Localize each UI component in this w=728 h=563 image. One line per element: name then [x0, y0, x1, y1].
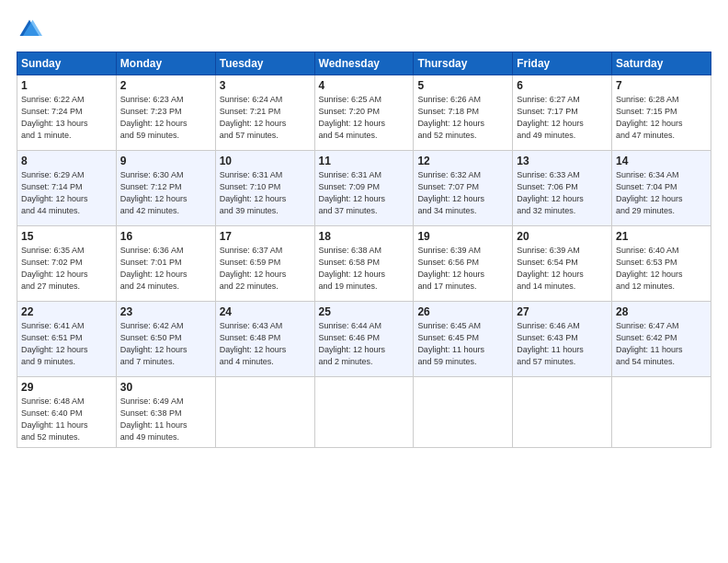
col-thursday: Thursday [414, 52, 513, 75]
table-row: 14Sunrise: 6:34 AMSunset: 7:04 PMDayligh… [612, 151, 711, 226]
table-row: 3Sunrise: 6:24 AMSunset: 7:21 PMDaylight… [215, 75, 314, 151]
day-number: 12 [417, 155, 508, 167]
day-info: Sunrise: 6:34 AMSunset: 7:04 PMDaylight:… [616, 169, 707, 217]
table-row: 13Sunrise: 6:33 AMSunset: 7:06 PMDayligh… [513, 151, 612, 226]
col-wednesday: Wednesday [314, 52, 414, 75]
table-row: 2Sunrise: 6:23 AMSunset: 7:23 PMDaylight… [116, 75, 215, 151]
day-info: Sunrise: 6:41 AMSunset: 6:51 PMDaylight:… [21, 320, 112, 368]
table-row: 12Sunrise: 6:32 AMSunset: 7:07 PMDayligh… [414, 151, 513, 226]
day-number: 7 [616, 79, 707, 92]
day-info: Sunrise: 6:43 AMSunset: 6:48 PMDaylight:… [220, 320, 311, 368]
table-row: 22Sunrise: 6:41 AMSunset: 6:51 PMDayligh… [17, 302, 117, 377]
table-row [513, 377, 612, 448]
table-row: 9Sunrise: 6:30 AMSunset: 7:12 PMDaylight… [116, 151, 215, 226]
table-row: 5Sunrise: 6:26 AMSunset: 7:18 PMDaylight… [414, 75, 513, 151]
day-info: Sunrise: 6:44 AMSunset: 6:46 PMDaylight:… [319, 320, 410, 368]
day-number: 19 [417, 230, 508, 243]
table-row: 6Sunrise: 6:27 AMSunset: 7:17 PMDaylight… [513, 75, 612, 151]
week-row-1: 1Sunrise: 6:22 AMSunset: 7:24 PMDaylight… [17, 75, 711, 151]
day-number: 23 [120, 305, 211, 318]
day-number: 13 [517, 155, 608, 167]
day-number: 15 [21, 230, 112, 243]
table-row: 24Sunrise: 6:43 AMSunset: 6:48 PMDayligh… [215, 302, 314, 377]
day-info: Sunrise: 6:49 AMSunset: 6:38 PMDaylight:… [120, 396, 211, 443]
day-info: Sunrise: 6:26 AMSunset: 7:18 PMDaylight:… [417, 94, 508, 142]
week-row-2: 8Sunrise: 6:29 AMSunset: 7:14 PMDaylight… [17, 151, 711, 226]
week-row-5: 29Sunrise: 6:48 AMSunset: 6:40 PMDayligh… [17, 377, 711, 448]
day-info: Sunrise: 6:46 AMSunset: 6:43 PMDaylight:… [517, 320, 608, 368]
table-row [414, 377, 513, 448]
day-info: Sunrise: 6:31 AMSunset: 7:10 PMDaylight:… [220, 169, 311, 217]
day-info: Sunrise: 6:39 AMSunset: 6:54 PMDaylight:… [517, 245, 608, 293]
table-row: 11Sunrise: 6:31 AMSunset: 7:09 PMDayligh… [314, 151, 414, 226]
day-number: 14 [616, 155, 707, 167]
day-number: 6 [517, 79, 608, 92]
day-number: 30 [120, 381, 211, 394]
day-info: Sunrise: 6:30 AMSunset: 7:12 PMDaylight:… [120, 169, 211, 217]
day-number: 5 [417, 79, 508, 92]
day-info: Sunrise: 6:29 AMSunset: 7:14 PMDaylight:… [21, 169, 112, 217]
day-number: 1 [21, 79, 112, 92]
table-row: 17Sunrise: 6:37 AMSunset: 6:59 PMDayligh… [215, 226, 314, 302]
table-row: 28Sunrise: 6:47 AMSunset: 6:42 PMDayligh… [612, 302, 711, 377]
day-number: 9 [120, 155, 211, 167]
day-number: 16 [120, 230, 211, 243]
day-number: 29 [21, 381, 112, 394]
week-row-3: 15Sunrise: 6:35 AMSunset: 7:02 PMDayligh… [17, 226, 711, 302]
header [17, 17, 711, 42]
day-number: 25 [319, 305, 410, 318]
col-monday: Monday [116, 52, 215, 75]
table-row: 15Sunrise: 6:35 AMSunset: 7:02 PMDayligh… [17, 226, 117, 302]
day-info: Sunrise: 6:33 AMSunset: 7:06 PMDaylight:… [517, 169, 608, 217]
day-info: Sunrise: 6:24 AMSunset: 7:21 PMDaylight:… [220, 94, 311, 142]
day-number: 20 [517, 230, 608, 243]
table-row: 29Sunrise: 6:48 AMSunset: 6:40 PMDayligh… [17, 377, 117, 448]
day-info: Sunrise: 6:23 AMSunset: 7:23 PMDaylight:… [120, 94, 211, 142]
table-row: 27Sunrise: 6:46 AMSunset: 6:43 PMDayligh… [513, 302, 612, 377]
day-info: Sunrise: 6:48 AMSunset: 6:40 PMDaylight:… [21, 396, 112, 443]
table-row: 18Sunrise: 6:38 AMSunset: 6:58 PMDayligh… [314, 226, 414, 302]
day-number: 18 [319, 230, 410, 243]
day-number: 3 [220, 79, 311, 92]
week-row-4: 22Sunrise: 6:41 AMSunset: 6:51 PMDayligh… [17, 302, 711, 377]
day-info: Sunrise: 6:27 AMSunset: 7:17 PMDaylight:… [517, 94, 608, 142]
header-row: Sunday Monday Tuesday Wednesday Thursday… [17, 52, 711, 75]
day-info: Sunrise: 6:31 AMSunset: 7:09 PMDaylight:… [319, 169, 410, 217]
day-info: Sunrise: 6:37 AMSunset: 6:59 PMDaylight:… [220, 245, 311, 293]
table-row: 10Sunrise: 6:31 AMSunset: 7:10 PMDayligh… [215, 151, 314, 226]
day-info: Sunrise: 6:28 AMSunset: 7:15 PMDaylight:… [616, 94, 707, 142]
table-row: 16Sunrise: 6:36 AMSunset: 7:01 PMDayligh… [116, 226, 215, 302]
day-number: 8 [21, 155, 112, 167]
table-row: 7Sunrise: 6:28 AMSunset: 7:15 PMDaylight… [612, 75, 711, 151]
day-info: Sunrise: 6:25 AMSunset: 7:20 PMDaylight:… [319, 94, 410, 142]
table-row [612, 377, 711, 448]
table-row: 25Sunrise: 6:44 AMSunset: 6:46 PMDayligh… [314, 302, 414, 377]
day-number: 28 [616, 305, 707, 318]
table-row: 23Sunrise: 6:42 AMSunset: 6:50 PMDayligh… [116, 302, 215, 377]
day-info: Sunrise: 6:39 AMSunset: 6:56 PMDaylight:… [417, 245, 508, 293]
day-number: 26 [417, 305, 508, 318]
table-row: 4Sunrise: 6:25 AMSunset: 7:20 PMDaylight… [314, 75, 414, 151]
page: Sunday Monday Tuesday Wednesday Thursday… [0, 0, 728, 563]
day-number: 11 [319, 155, 410, 167]
calendar-table: Sunday Monday Tuesday Wednesday Thursday… [17, 52, 711, 448]
day-number: 4 [319, 79, 410, 92]
day-info: Sunrise: 6:36 AMSunset: 7:01 PMDaylight:… [120, 245, 211, 293]
day-number: 2 [120, 79, 211, 92]
table-row: 26Sunrise: 6:45 AMSunset: 6:45 PMDayligh… [414, 302, 513, 377]
day-info: Sunrise: 6:47 AMSunset: 6:42 PMDaylight:… [616, 320, 707, 368]
table-row: 30Sunrise: 6:49 AMSunset: 6:38 PMDayligh… [116, 377, 215, 448]
day-number: 27 [517, 305, 608, 318]
logo-icon [17, 17, 42, 42]
day-number: 21 [616, 230, 707, 243]
day-info: Sunrise: 6:40 AMSunset: 6:53 PMDaylight:… [616, 245, 707, 293]
day-number: 24 [220, 305, 311, 318]
col-sunday: Sunday [17, 52, 117, 75]
table-row [215, 377, 314, 448]
day-info: Sunrise: 6:35 AMSunset: 7:02 PMDaylight:… [21, 245, 112, 293]
col-friday: Friday [513, 52, 612, 75]
table-row: 19Sunrise: 6:39 AMSunset: 6:56 PMDayligh… [414, 226, 513, 302]
table-row: 20Sunrise: 6:39 AMSunset: 6:54 PMDayligh… [513, 226, 612, 302]
table-row [314, 377, 414, 448]
day-number: 17 [220, 230, 311, 243]
